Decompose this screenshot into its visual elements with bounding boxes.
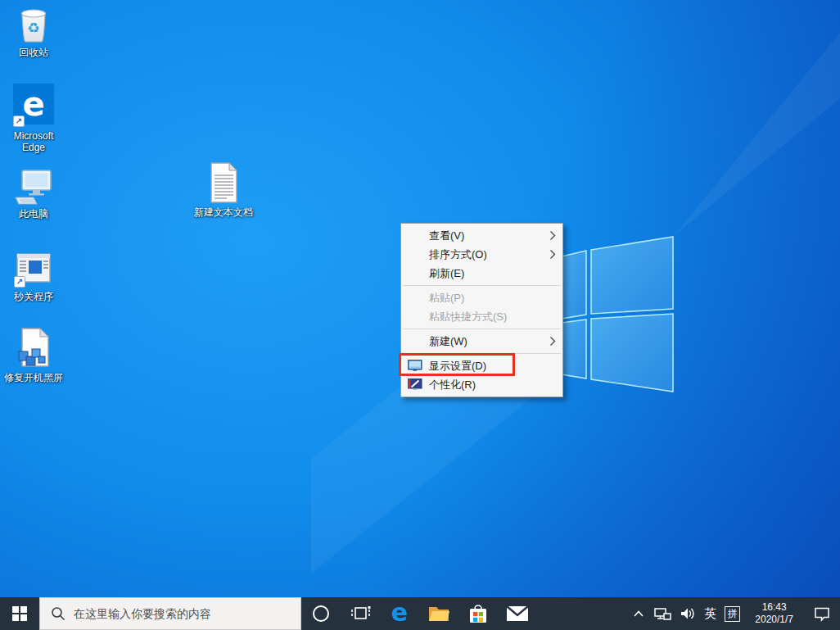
file-explorer-icon (427, 604, 450, 623)
registry-file-icon (14, 327, 53, 369)
desktop-icon-label: 此电脑 (19, 208, 48, 220)
shortcut-arrow-icon: ↗ (13, 116, 25, 127)
desktop-icon-label: 秒关程序 (14, 291, 53, 302)
desktop-icon-microsoft-edge[interactable]: e ↗ Microsoft Edge (2, 82, 65, 153)
menu-separator (403, 353, 561, 354)
ime-mode-badge: 拼 (725, 606, 740, 622)
menu-item-display-settings[interactable]: 显示设置(D) (401, 356, 562, 375)
desktop-icon-quick-close-app[interactable]: ↗ 秒关程序 (2, 249, 65, 302)
clock-date: 2020/1/7 (755, 614, 793, 626)
windows-start-icon (12, 606, 27, 621)
mail-icon (505, 605, 530, 623)
tray-clock[interactable]: 16:43 2020/1/7 (744, 597, 804, 630)
tray-volume[interactable] (675, 597, 700, 630)
taskbar: e (0, 597, 840, 630)
submenu-arrow-icon (549, 249, 556, 260)
taskbar-button-edge[interactable]: e (380, 597, 419, 630)
desktop-icon-this-pc[interactable]: 此电脑 (2, 168, 65, 220)
language-label: 英 (704, 606, 716, 622)
edge-icon: e ↗ (12, 82, 55, 128)
menu-item-sort-by[interactable]: 排序方式(O) (401, 245, 562, 264)
menu-item-label: 新建(W) (429, 335, 467, 347)
submenu-arrow-icon (549, 230, 556, 241)
taskbar-button-store[interactable] (458, 597, 498, 630)
menu-item-label: 个性化(R) (429, 378, 476, 391)
network-icon (653, 606, 671, 621)
store-icon (467, 602, 489, 625)
menu-item-label: 刷新(E) (429, 267, 464, 279)
desktop-context-menu: 查看(V) 排序方式(O) 刷新(E) 粘贴(P) 粘贴快捷方式(S) 新建(W… (400, 223, 563, 397)
menu-item-label: 查看(V) (429, 229, 464, 242)
notification-icon (813, 605, 831, 622)
app-window-icon: ↗ (13, 249, 54, 288)
desktop-icon-new-text-doc[interactable]: 新建文本文档 (192, 161, 255, 218)
taskbar-button-mail[interactable] (498, 597, 537, 630)
menu-item-refresh[interactable]: 刷新(E) (401, 264, 562, 283)
text-document-icon (205, 161, 242, 204)
start-button[interactable] (0, 597, 39, 630)
menu-item-label: 排序方式(O) (429, 248, 487, 261)
desktop-icon-fix-black-screen[interactable]: 修复开机黑屏 (2, 327, 65, 383)
desktop-icon-label: 回收站 (19, 47, 48, 58)
menu-item-personalize[interactable]: 个性化(R) (401, 375, 562, 394)
menu-item-new[interactable]: 新建(W) (401, 332, 562, 351)
menu-item-paste-shortcut[interactable]: 粘贴快捷方式(S) (401, 307, 562, 326)
search-icon (51, 606, 65, 621)
menu-separator (403, 285, 561, 286)
tray-language-indicator[interactable]: 英 (700, 597, 720, 630)
desktop-icon-label: 新建文本文档 (194, 206, 253, 218)
display-settings-icon (408, 360, 422, 372)
this-pc-icon (13, 168, 54, 206)
clock-time: 16:43 (755, 601, 793, 614)
personalization-icon (408, 378, 422, 391)
system-tray: 英 拼 16:43 2020/1/7 (628, 597, 840, 630)
cortana-icon (311, 604, 331, 623)
menu-item-paste[interactable]: 粘贴(P) (401, 288, 562, 307)
submenu-arrow-icon (549, 336, 556, 347)
svg-text:e: e (391, 601, 408, 626)
menu-separator (403, 329, 561, 329)
menu-item-label: 粘贴快捷方式(S) (429, 310, 507, 323)
taskbar-button-task-view[interactable] (341, 597, 380, 630)
tray-ime-indicator[interactable]: 拼 (720, 597, 744, 630)
desktop-icon-label: 修复开机黑屏 (4, 372, 63, 383)
chevron-up-icon (632, 609, 645, 619)
action-center-button[interactable] (804, 597, 840, 630)
shortcut-arrow-icon: ↗ (14, 276, 25, 288)
svg-text:e: e (22, 85, 44, 123)
taskbar-button-file-explorer[interactable] (419, 597, 458, 630)
desktop-background[interactable]: ♻ 回收站 e ↗ Microsoft Edge 此电脑 (0, 0, 840, 630)
task-view-icon (350, 604, 371, 623)
menu-item-view[interactable]: 查看(V) (401, 226, 562, 245)
taskbar-search-box[interactable] (39, 597, 301, 630)
speaker-icon (680, 606, 696, 621)
tray-show-hidden-icons[interactable] (628, 597, 649, 630)
tray-network[interactable] (649, 597, 675, 630)
taskbar-button-cortana[interactable] (301, 597, 341, 630)
desktop-icon-label: Microsoft Edge (7, 130, 60, 153)
search-input[interactable] (74, 607, 294, 620)
svg-text:♻: ♻ (27, 20, 39, 36)
menu-item-label: 显示设置(D) (429, 360, 486, 372)
recycle-bin-icon: ♻ (14, 5, 53, 44)
desktop-icon-recycle-bin[interactable]: ♻ 回收站 (2, 5, 65, 58)
menu-item-label: 粘贴(P) (429, 292, 464, 304)
edge-taskbar-icon: e (388, 601, 411, 626)
